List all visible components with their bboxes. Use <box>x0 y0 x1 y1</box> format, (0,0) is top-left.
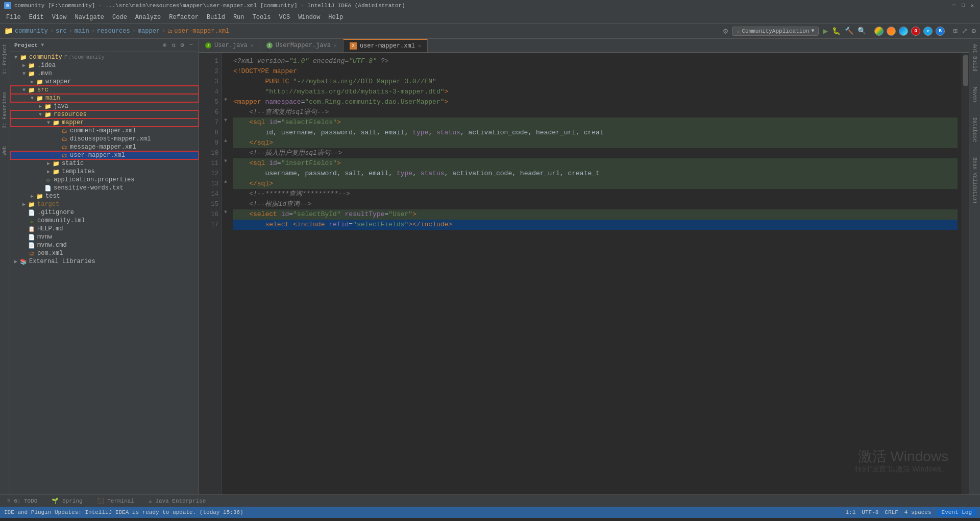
file-tree-content[interactable]: ▼ 📁 community F:\community ▶ 📁 .idea ▼ 📁… <box>10 52 199 494</box>
window-controls[interactable]: ─ □ ✕ <box>950 2 976 9</box>
breadcrumb-resources[interactable]: resources <box>97 28 130 35</box>
menu-tools[interactable]: Tools <box>249 13 275 22</box>
fold-arrow-9[interactable]: ▲ <box>222 138 229 148</box>
bottom-tab-todo[interactable]: ≡ 6: TODO <box>4 497 40 505</box>
opera-icon[interactable]: O <box>911 27 920 36</box>
menu-build[interactable]: Build <box>203 13 229 22</box>
tree-item-resources[interactable]: ▼ 📁 resources <box>10 110 199 119</box>
build-button[interactable]: 🔨 <box>845 27 853 35</box>
tree-item-main[interactable]: ▼ 📁 main <box>10 94 199 102</box>
ie-icon[interactable]: e <box>923 27 933 36</box>
fold-arrow-7[interactable]: ▼ <box>222 117 229 128</box>
run-config-selector[interactable]: ☕ CommunityApplication ▼ <box>732 27 819 36</box>
brave-icon[interactable]: B <box>936 27 945 36</box>
tree-item-mvn[interactable]: ▼ 📁 .mvn <box>10 69 199 78</box>
right-tab-ant-build[interactable]: Ant Build <box>971 41 978 75</box>
tree-item-gitignore[interactable]: 📄 .gitignore <box>10 208 199 217</box>
tree-item-mvnw[interactable]: 📄 mvnw <box>10 233 199 241</box>
tab-close-user-java[interactable]: ✕ <box>251 42 254 49</box>
project-dropdown-icon[interactable]: ▼ <box>41 42 44 48</box>
left-tab-web[interactable]: Web <box>1 143 9 158</box>
right-tab-maven[interactable]: Maven <box>971 84 978 105</box>
tree-item-sensitive-words[interactable]: 📄 sensitive-words.txt <box>10 184 199 192</box>
editor-scrollbar[interactable] <box>962 53 969 494</box>
tree-item-static[interactable]: ▶ 📁 static <box>10 159 199 168</box>
status-line-ending[interactable]: CRLF <box>885 509 898 515</box>
menu-window[interactable]: Window <box>294 13 324 22</box>
fold-arrow-13[interactable]: ▲ <box>222 179 229 189</box>
firefox-icon[interactable] <box>887 27 896 36</box>
tree-item-community[interactable]: ▼ 📁 community F:\community <box>10 53 199 61</box>
tab-user-mapper-xml[interactable]: X user-mapper.xml ✕ <box>344 39 428 52</box>
maximize-button[interactable]: □ <box>960 2 967 9</box>
search-everywhere-button[interactable]: 🔍 <box>857 27 866 35</box>
tree-item-templates[interactable]: ▶ 📁 templates <box>10 168 199 176</box>
menu-code[interactable]: Code <box>108 13 131 22</box>
breadcrumb-community[interactable]: community <box>15 28 48 35</box>
chrome-icon[interactable] <box>874 27 884 36</box>
tree-item-help-md[interactable]: 📋 HELP.md <box>10 225 199 233</box>
scroll-thumb[interactable] <box>963 55 968 86</box>
left-tab-project[interactable]: 1: Project <box>1 41 9 78</box>
menu-navigate[interactable]: Navigate <box>70 13 108 22</box>
tab-usermapper-java[interactable]: I UserMapper.java ✕ <box>260 39 344 52</box>
right-tab-database[interactable]: Database <box>971 114 978 145</box>
maximize-editor-icon[interactable]: ⤢ <box>962 27 968 35</box>
close-button[interactable]: ✕ <box>969 2 976 9</box>
tree-item-app-properties[interactable]: ⚙ application.properties <box>10 176 199 184</box>
tree-item-target[interactable]: ▶ 📁 target <box>10 200 199 208</box>
close-panel-icon[interactable]: − <box>188 41 194 50</box>
tree-item-user-mapper[interactable]: 🗂 user-mapper.xml <box>10 151 199 159</box>
tree-item-community-iml[interactable]: ☕ community.iml <box>10 217 199 225</box>
edge-icon[interactable] <box>899 27 908 36</box>
tree-item-mvnw-cmd[interactable]: 📄 mvnw.cmd <box>10 241 199 249</box>
menu-file[interactable]: File <box>2 13 25 22</box>
status-indent[interactable]: 4 spaces <box>904 509 932 515</box>
layout-icon[interactable]: ⊞ <box>953 27 957 35</box>
code-content[interactable]: <?xml version="1.0" encoding="UTF-8" ?> … <box>229 53 962 494</box>
left-tab-favorites[interactable]: 2: Favorites <box>1 89 9 132</box>
event-log-button[interactable]: Event Log <box>938 509 976 516</box>
tree-item-src[interactable]: ▼ 📁 src <box>10 86 199 94</box>
bottom-tab-java-enterprise[interactable]: ☕ Java Enterprise <box>145 496 209 505</box>
tree-item-idea[interactable]: ▶ 📁 .idea <box>10 61 199 69</box>
tree-item-comment-mapper[interactable]: 🗂 comment-mapper.xml <box>10 127 199 135</box>
nav-back-icon[interactable]: ⚙ <box>723 26 728 36</box>
tree-item-test[interactable]: ▶ 📁 test <box>10 192 199 200</box>
status-position[interactable]: 1:1 <box>846 509 856 515</box>
fold-arrow-5[interactable]: ▼ <box>222 97 229 107</box>
bottom-tab-spring[interactable]: 🌱 Spring <box>48 496 85 505</box>
menu-refactor[interactable]: Refactor <box>165 13 203 22</box>
menu-run[interactable]: Run <box>229 13 249 22</box>
tree-item-java[interactable]: ▶ 📁 java <box>10 102 199 110</box>
tree-item-message-mapper[interactable]: 🗂 message-mapper.xml <box>10 143 199 151</box>
debug-button[interactable]: 🐛 <box>832 27 841 35</box>
settings-icon[interactable]: ⚙ <box>972 27 976 35</box>
collapse-all-icon[interactable]: ⇅ <box>170 41 177 50</box>
menu-edit[interactable]: Edit <box>25 13 48 22</box>
menu-analyze[interactable]: Analyze <box>131 13 165 22</box>
menu-help[interactable]: Help <box>324 13 347 22</box>
fold-arrow-16[interactable]: ▼ <box>222 209 229 220</box>
minimize-button[interactable]: ─ <box>950 2 958 9</box>
locate-file-icon[interactable]: ⊕ <box>161 41 168 50</box>
status-encoding[interactable]: UTF-8 <box>862 509 878 515</box>
tree-item-pom-xml[interactable]: 🗂 pom.xml <box>10 249 199 257</box>
menu-vcs[interactable]: VCS <box>275 13 295 22</box>
tab-close-user-mapper-xml[interactable]: ✕ <box>418 43 421 49</box>
tab-close-usermapper-java[interactable]: ✕ <box>334 42 337 49</box>
bottom-tab-terminal[interactable]: ⬛ Terminal <box>94 496 137 505</box>
tree-item-wrapper[interactable]: ▶ 📁 wrapper <box>10 78 199 86</box>
breadcrumb-main[interactable]: main <box>75 28 89 35</box>
run-button[interactable]: ▶ <box>823 26 828 36</box>
tree-item-external-libraries[interactable]: ▶ 📚 External Libraries <box>10 257 199 266</box>
tree-item-discusspost-mapper[interactable]: 🗂 discusspost-mapper.xml <box>10 135 199 143</box>
panel-settings-icon[interactable]: ⚙ <box>179 41 186 50</box>
tab-user-java[interactable]: J User.java ✕ <box>199 39 260 52</box>
menu-view[interactable]: View <box>48 13 71 22</box>
fold-arrow-11[interactable]: ▼ <box>222 158 229 169</box>
breadcrumb-src[interactable]: src <box>56 28 67 35</box>
right-tab-bean-validation[interactable]: Bean Validation <box>971 154 978 206</box>
tree-item-mapper-folder[interactable]: ▼ 📁 mapper <box>10 119 199 127</box>
breadcrumb-mapper[interactable]: mapper <box>138 28 160 35</box>
